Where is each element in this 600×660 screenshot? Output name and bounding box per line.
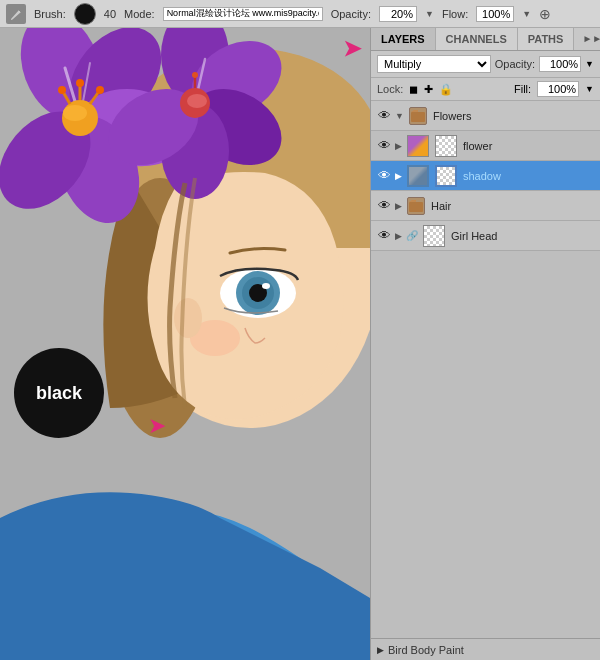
girlhead-group-name: Girl Head <box>451 230 596 242</box>
panel-tabs: LAYERS CHANNELS PATHS ►► ➤ <box>371 28 600 51</box>
blend-mode-select[interactable]: Multiply <box>377 55 491 73</box>
flow-arrow-icon[interactable]: ▼ <box>522 9 531 19</box>
tab-paths[interactable]: PATHS <box>518 28 575 50</box>
tab-layers[interactable]: LAYERS <box>371 28 436 50</box>
expand-flowers-icon[interactable]: ▼ <box>395 111 404 121</box>
bottom-layer-bar[interactable]: ▶ Bird Body Paint <box>371 638 600 660</box>
shadow-thumbnail <box>407 165 429 187</box>
mode-label: Mode: <box>124 8 155 20</box>
bottom-layer-name: Bird Body Paint <box>388 644 464 656</box>
layer-group-hair[interactable]: 👁 ▶ Hair <box>371 191 600 221</box>
canvas-image <box>0 28 370 660</box>
shadow-mask-thumbnail <box>435 165 457 187</box>
lock-all-icon[interactable]: 🔒 <box>439 83 453 96</box>
visibility-shadow-icon[interactable]: 👁 <box>375 167 393 185</box>
svg-point-12 <box>174 298 202 338</box>
visibility-hair-icon[interactable]: 👁 <box>375 197 393 215</box>
opacity-label: Opacity: <box>495 58 535 70</box>
lock-pixels-icon[interactable]: ◼ <box>409 83 418 96</box>
lock-row: Lock: ◼ ✚ 🔒 Fill: ▼ <box>371 78 600 101</box>
expand-flower-icon[interactable]: ▶ <box>395 141 402 151</box>
svg-point-25 <box>58 86 66 94</box>
layer-group-flowers[interactable]: 👁 ▼ Flowers <box>371 101 600 131</box>
layer-flower[interactable]: 👁 ▶ flower <box>371 131 600 161</box>
folder-hair-icon <box>407 197 425 215</box>
panel-menu-button[interactable]: ►► <box>574 28 600 50</box>
brush-tool-icon[interactable] <box>6 4 26 24</box>
svg-point-24 <box>96 86 104 94</box>
expand-shadow-icon[interactable]: ▶ <box>395 171 402 181</box>
flow-input[interactable] <box>476 6 514 22</box>
layer-group-girlhead[interactable]: 👁 ▶ 🔗 Girl Head <box>371 221 600 251</box>
svg-point-34 <box>192 72 198 78</box>
visibility-girlhead-icon[interactable]: 👁 <box>375 227 393 245</box>
layers-panel: LAYERS CHANNELS PATHS ►► ➤ Multiply Opac… <box>370 28 600 660</box>
eyedropper-icon[interactable]: ⊕ <box>539 6 551 22</box>
opacity-arrow-icon[interactable]: ▼ <box>585 59 594 69</box>
flowers-group-name: Flowers <box>433 110 596 122</box>
brush-size: 40 <box>104 8 116 20</box>
link-icon: 🔗 <box>406 230 418 241</box>
svg-rect-35 <box>411 112 425 122</box>
flower-thumbnail <box>407 135 429 157</box>
panel-arrow-icon: ➤ <box>343 36 361 62</box>
flow-label: Flow: <box>442 8 468 20</box>
opacity-input[interactable] <box>539 56 581 72</box>
hair-group-name: Hair <box>431 200 596 212</box>
fill-arrow-icon[interactable]: ▼ <box>585 84 594 94</box>
opacity-arrow-icon[interactable]: ▼ <box>425 9 434 19</box>
layer-shadow[interactable]: 👁 ▶ shadow <box>371 161 600 191</box>
fill-input[interactable] <box>537 81 579 97</box>
black-circle-label: black <box>14 348 104 438</box>
svg-point-23 <box>76 79 84 87</box>
black-text: black <box>36 383 82 404</box>
flower-layer-name: flower <box>463 140 596 152</box>
shadow-layer-name: shadow <box>463 170 596 182</box>
svg-point-19 <box>63 105 87 121</box>
visibility-flowers-icon[interactable]: 👁 <box>375 107 393 125</box>
girlhead-thumbnail <box>423 225 445 247</box>
layer-list: 👁 ▼ Flowers 👁 ▶ flower 👁 ▶ shadow <box>371 101 600 638</box>
opacity-input[interactable] <box>379 6 417 22</box>
lock-position-icon[interactable]: ✚ <box>424 83 433 96</box>
lock-label: Lock: <box>377 83 403 95</box>
canvas-arrow-icon: ➤ <box>148 413 166 439</box>
svg-rect-36 <box>409 202 423 212</box>
bottom-expand-icon[interactable]: ▶ <box>377 645 384 655</box>
opacity-label: Opacity: <box>331 8 371 20</box>
brush-preview <box>74 3 96 25</box>
svg-point-32 <box>187 94 207 108</box>
folder-flowers-icon <box>409 107 427 125</box>
tab-channels[interactable]: CHANNELS <box>436 28 518 50</box>
mode-input[interactable] <box>163 7 323 21</box>
visibility-flower-icon[interactable]: 👁 <box>375 137 393 155</box>
toolbar: Brush: 40 Mode: Opacity: ▼ Flow: ▼ ⊕ <box>0 0 600 28</box>
canvas-area: black ➤ <box>0 28 370 660</box>
brush-label: Brush: <box>34 8 66 20</box>
flower-mask-thumbnail <box>435 135 457 157</box>
fill-label: Fill: <box>514 83 531 95</box>
blend-mode-row: Multiply Opacity: ▼ <box>371 51 600 78</box>
expand-hair-icon[interactable]: ▶ <box>395 201 402 211</box>
svg-point-10 <box>262 283 270 289</box>
expand-girlhead-icon[interactable]: ▶ <box>395 231 402 241</box>
